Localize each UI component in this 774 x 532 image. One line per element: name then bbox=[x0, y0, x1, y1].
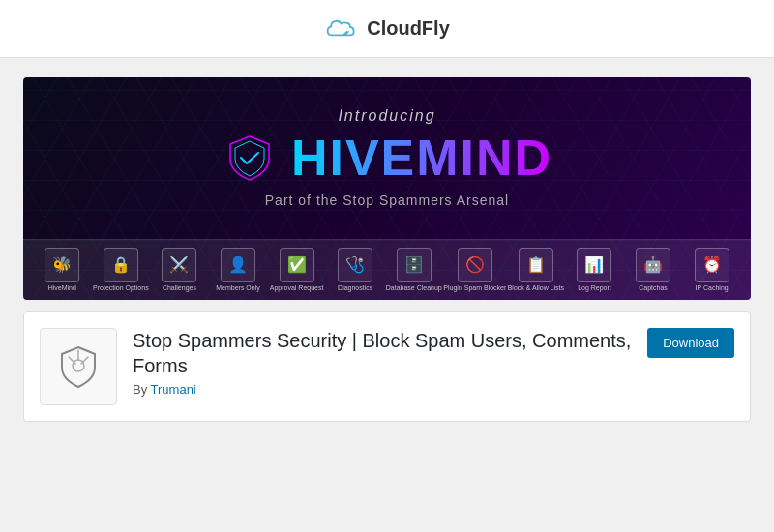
logo: CloudFly bbox=[324, 15, 450, 43]
strip-item-database: 🗄️ Database Cleanup bbox=[385, 248, 443, 292]
cloudfly-logo-icon bbox=[324, 15, 359, 43]
strip-logreport-label: Log Report bbox=[578, 284, 611, 292]
plugin-banner: Introducing HIVEMIND Part of the Stop Sp… bbox=[23, 77, 751, 300]
strip-item-spamblocker: 🚫 Plugin Spam Blocker bbox=[443, 248, 506, 292]
strip-hivemind-label: HiveMind bbox=[48, 284, 76, 292]
strip-item-blocklist: 📋 Block & Allow Lists bbox=[507, 248, 565, 292]
plugin-title: Stop Spammers Security | Block Spam User… bbox=[133, 328, 632, 378]
author-label: By bbox=[133, 382, 147, 397]
plugin-info: Stop Spammers Security | Block Spam User… bbox=[133, 328, 632, 397]
introducing-text: Introducing bbox=[338, 107, 435, 125]
plugin-card: Stop Spammers Security | Block Spam User… bbox=[23, 311, 751, 422]
strip-item-challenges: ⚔️ Challenges bbox=[150, 248, 208, 292]
strip-database-label: Database Cleanup bbox=[386, 284, 442, 292]
strip-item-logreport: 📊 Log Report bbox=[565, 248, 623, 292]
card-actions: Download bbox=[647, 328, 734, 358]
strip-spamblocker-icon: 🚫 bbox=[458, 248, 492, 282]
strip-item-members: 👤 Members Only bbox=[209, 248, 267, 292]
download-button[interactable]: Download bbox=[647, 328, 734, 358]
strip-protection-icon: 🔒 bbox=[104, 248, 138, 282]
author-link[interactable]: Trumani bbox=[151, 382, 196, 397]
strip-challenges-label: Challenges bbox=[163, 284, 196, 292]
banner-tagline: Part of the Stop Spammers Arsenal bbox=[265, 192, 509, 208]
strip-members-label: Members Only bbox=[216, 284, 260, 292]
strip-blocklist-label: Block & Allow Lists bbox=[508, 284, 564, 292]
strip-ipcaching-icon: ⏰ bbox=[695, 248, 729, 282]
strip-blocklist-icon: 📋 bbox=[519, 248, 553, 282]
plugin-thumbnail bbox=[40, 328, 117, 405]
strip-captchas-icon: 🤖 bbox=[636, 248, 670, 282]
banner-top: Introducing HIVEMIND Part of the Stop Sp… bbox=[222, 77, 552, 239]
strip-item-approval: ✅ Approval Request bbox=[268, 248, 326, 292]
strip-approval-icon: ✅ bbox=[280, 248, 314, 282]
site-header: CloudFly bbox=[0, 0, 774, 58]
strip-item-ipcaching: ⏰ IP Caching bbox=[683, 248, 741, 292]
strip-captchas-label: Captchas bbox=[639, 284, 668, 292]
shield-logo-icon bbox=[222, 129, 280, 187]
hivemind-title: HIVEMIND bbox=[291, 129, 552, 187]
hivemind-row: HIVEMIND bbox=[222, 129, 552, 187]
logo-text: CloudFly bbox=[367, 17, 450, 40]
features-strip: 🐝 HiveMind 🔒 Protection Options ⚔️ Chall… bbox=[23, 239, 751, 300]
strip-item-protection: 🔒 Protection Options bbox=[92, 248, 150, 292]
strip-approval-label: Approval Request bbox=[270, 284, 324, 292]
strip-diagnostics-icon: 🩺 bbox=[338, 248, 372, 282]
plugin-author: By Trumani bbox=[133, 382, 632, 397]
strip-diagnostics-label: Diagnostics bbox=[338, 284, 372, 292]
strip-members-icon: 👤 bbox=[221, 248, 255, 282]
strip-logreport-icon: 📊 bbox=[577, 248, 611, 282]
strip-item-hivemind: 🐝 HiveMind bbox=[33, 248, 91, 292]
strip-database-icon: 🗄️ bbox=[397, 248, 432, 282]
strip-item-diagnostics: 🩺 Diagnostics bbox=[326, 248, 384, 292]
strip-spamblocker-label: Plugin Spam Blocker bbox=[443, 284, 506, 292]
strip-protection-label: Protection Options bbox=[93, 284, 149, 292]
strip-ipcaching-label: IP Caching bbox=[696, 284, 729, 292]
main-content: Introducing HIVEMIND Part of the Stop Sp… bbox=[0, 58, 774, 441]
strip-challenges-icon: ⚔️ bbox=[162, 248, 196, 282]
strip-hivemind-icon: 🐝 bbox=[45, 248, 79, 282]
strip-item-captchas: 🤖 Captchas bbox=[624, 248, 682, 292]
